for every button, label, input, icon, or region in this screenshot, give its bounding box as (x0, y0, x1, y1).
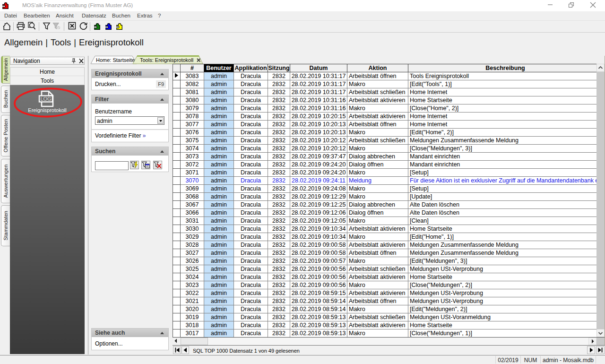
svg-text:Tools: Ereignisprotokoll: Tools: Ereignisprotokoll (140, 57, 193, 63)
svg-text:Home: Startseite: Home: Startseite (96, 57, 135, 63)
